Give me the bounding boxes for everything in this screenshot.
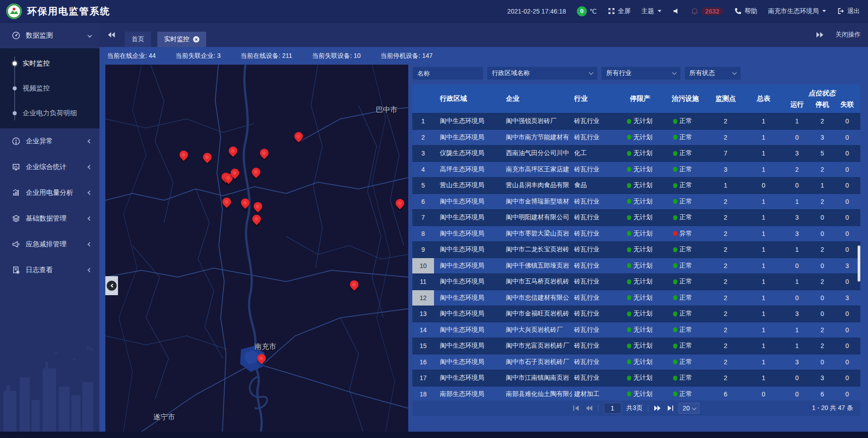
logout-button[interactable]: 退出	[837, 7, 860, 15]
cell-limit: 无计划	[617, 226, 663, 242]
cell-run: 3	[783, 226, 811, 242]
cell-meters: 0	[744, 178, 783, 193]
cell-facility: 正常	[663, 178, 708, 193]
region-filter-dropdown[interactable]: 行政区域名称	[487, 66, 598, 80]
right-panel: 行政区域名称 所有行业 所有状态 行政区域 企业 行业 停限产 治污设施 监测点	[412, 65, 860, 432]
sidebar-item-video-monitor[interactable]: 视频监控	[0, 76, 99, 101]
table-row[interactable]: 14 阆中生态环境局 阆中大兴页岩机砖厂 砖瓦行业 无计划 正常 2 1 1 2…	[412, 322, 860, 338]
table-row[interactable]: 6 阆中生态环境局 阆中市金博瑞新型墙材 砖瓦行业 无计划 正常 2 1 1 2…	[412, 193, 860, 210]
close-operations-button[interactable]: 关闭操作	[835, 31, 861, 39]
table-row[interactable]: 16 阆中生态环境局 阆中市石子页岩机砖厂 砖瓦行业 无计划 正常 2 1 3 …	[412, 354, 860, 370]
row-index: 8	[412, 226, 434, 242]
sidebar-collapse-handle[interactable]	[105, 276, 118, 295]
tab-realtime-monitor[interactable]: 实时监控 ×	[157, 32, 206, 47]
industry-filter-dropdown[interactable]: 所有行业	[601, 66, 681, 80]
col-points: 监测点	[708, 85, 744, 113]
cell-facility: 正常	[663, 386, 708, 401]
table-row[interactable]: 15 阆中生态环境局 阆中市光富页岩机砖厂 砖瓦行业 无计划 正常 2 1 1 …	[412, 338, 860, 354]
sidebar-group-power-analysis[interactable]: 企业用电量分析	[0, 180, 99, 206]
status-dot	[673, 183, 677, 188]
table-row[interactable]: 12 阆中生态环境局 阆中市忠信建材有限公 砖瓦行业 无计划 正常 2 1 0 …	[412, 290, 860, 306]
table-row[interactable]: 7 阆中生态环境局 阆中明阳建材有限公司 砖瓦行业 无计划 正常 2 1 3 0…	[412, 209, 860, 226]
brand: 环保用电监管系统	[6, 4, 110, 19]
table-row[interactable]: 4 高坪生态环境局 南充市高坪区王家店建 砖瓦行业 无计划 正常 3 1 2 2…	[412, 161, 860, 178]
table-row[interactable]: 10 阆中生态环境局 阆中千佛镇五郎垭页岩 砖瓦行业 无计划 正常 2 1 0 …	[412, 258, 860, 274]
cell-facility: 正常	[663, 194, 708, 210]
cell-lost: 0	[834, 306, 860, 322]
prev-page-button[interactable]	[585, 405, 593, 411]
cell-facility: 异常	[663, 226, 708, 242]
sidebar-group-company-abnormal[interactable]: 企业异常	[0, 128, 99, 154]
sidebar-group-data-monitor[interactable]: 数据监测	[0, 23, 99, 48]
cell-facility: 正常	[663, 370, 708, 386]
table-scrollbar-thumb[interactable]	[858, 245, 860, 282]
double-chevron-right-icon[interactable]	[816, 32, 824, 38]
fullscreen-button[interactable]: 全屏	[608, 7, 631, 15]
sidebar-group-company-stats[interactable]: 企业综合统计	[0, 154, 99, 180]
pager-divider	[598, 405, 599, 412]
name-filter-input[interactable]	[412, 66, 483, 80]
sidebar-group-emergency[interactable]: 应急减排管理	[0, 231, 99, 257]
status-dot	[627, 359, 631, 364]
first-page-button[interactable]	[573, 405, 580, 411]
table-row[interactable]: 8 阆中生态环境局 阆中市枣碧大梁山页岩 砖瓦行业 无计划 异常 2 1 3 0…	[412, 226, 860, 242]
tabs-scroll-left-button[interactable]	[108, 32, 116, 40]
chevron-down-icon	[672, 70, 677, 75]
cell-industry: 砖瓦行业	[572, 210, 617, 226]
tab-close-icon[interactable]: ×	[193, 36, 199, 42]
total-pages-label: 共3页	[627, 404, 643, 412]
col-index	[412, 85, 434, 113]
cell-limit: 无计划	[617, 322, 663, 338]
tab-home[interactable]: 首页	[125, 32, 151, 47]
cell-points: 2	[708, 322, 744, 338]
cell-meters: 1	[744, 194, 783, 210]
chevron-down-icon	[822, 10, 826, 12]
page-size-select[interactable]: 20	[679, 403, 699, 414]
table-row[interactable]: 13 阆中生态环境局 阆中市金福旺页岩机砖 砖瓦行业 无计划 正常 2 1 3 …	[412, 306, 860, 322]
table-row[interactable]: 5 营山生态环境局 营山县润丰肉食品有限 食品 无计划 正常 1 0 0 1 0	[412, 177, 860, 193]
last-page-button[interactable]	[666, 405, 673, 411]
sidebar-group-logs[interactable]: 日志查看	[0, 257, 99, 283]
cell-stop: 2	[811, 194, 834, 210]
help-button[interactable]: 帮助	[734, 7, 757, 15]
sidebar-group-base-data[interactable]: 基础数据管理	[0, 206, 99, 231]
sidebar-item-realtime-monitor[interactable]: 实时监控	[0, 51, 99, 76]
col-region: 行政区域	[434, 85, 502, 113]
cell-run: 3	[783, 354, 811, 370]
status-dot	[673, 263, 677, 268]
cell-region: 阆中生态环境局	[434, 370, 502, 386]
table-row[interactable]: 17 阆中生态环境局 阆中市江南镇阆南页岩 砖瓦行业 无计划 正常 2 1 0 …	[412, 370, 860, 386]
page-number-input[interactable]	[604, 403, 621, 414]
layers-icon	[12, 214, 20, 223]
table-row[interactable]: 1 阆中生态环境局 阆中强锐页岩砖厂 砖瓦行业 无计划 正常 2 1 1 2 0	[412, 113, 860, 129]
status-dot	[673, 391, 677, 396]
sidebar-item-power-load-detail[interactable]: 企业电力负荷明细	[0, 101, 99, 126]
table-row[interactable]: 11 阆中生态环境局 阆中市五马桥页岩机砖 砖瓦行业 无计划 正常 2 1 1 …	[412, 273, 860, 290]
temperature: 0 ℃	[577, 6, 597, 16]
sidebar: 数据监测 实时监控 视频监控 企业电力负荷明细 企业异常	[0, 23, 99, 432]
row-index: 17	[412, 370, 434, 386]
cell-limit: 无计划	[617, 130, 663, 146]
theme-dropdown[interactable]: 主题	[642, 7, 661, 15]
table-row[interactable]: 2 阆中生态环境局 阆中市南方节能建材有 砖瓦行业 无计划 正常 2 1 0 3…	[412, 129, 860, 146]
table-row[interactable]: 3 仪陇生态环境局 西南油气田分公司川中 化工 无计划 正常 7 1 3 5 0	[412, 145, 860, 161]
cell-limit: 无计划	[617, 194, 663, 210]
map-panel[interactable]: 巴中市 南充市 遂宁市	[105, 65, 408, 432]
cell-run: 1	[783, 274, 811, 290]
skyline-watermark	[0, 334, 99, 432]
cell-company: 阆中市石子页岩机砖厂	[502, 354, 572, 370]
next-page-button[interactable]	[654, 405, 661, 411]
table-row[interactable]: 18 南部生态环境局 南部县难化仙土陶有限公 建材加工 无计划 正常 6 0 0…	[412, 386, 860, 401]
chevron-down-icon	[589, 70, 594, 75]
cell-facility: 正常	[663, 290, 708, 306]
status-dot	[673, 151, 677, 156]
table-row[interactable]: 9 阆中生态环境局 阆中市二龙长宝页岩砖 砖瓦行业 无计划 正常 2 1 1 2…	[412, 241, 860, 258]
org-dropdown[interactable]: 南充市生态环境局	[768, 7, 826, 15]
status-filter-dropdown[interactable]: 所有状态	[684, 66, 741, 80]
cell-run: 0	[783, 386, 811, 401]
sound-button[interactable]	[672, 7, 680, 15]
chevron-left-icon	[88, 268, 92, 273]
notifications[interactable]: 2632	[691, 7, 723, 15]
cell-region: 阆中生态环境局	[434, 258, 502, 274]
cell-industry: 砖瓦行业	[572, 290, 617, 306]
